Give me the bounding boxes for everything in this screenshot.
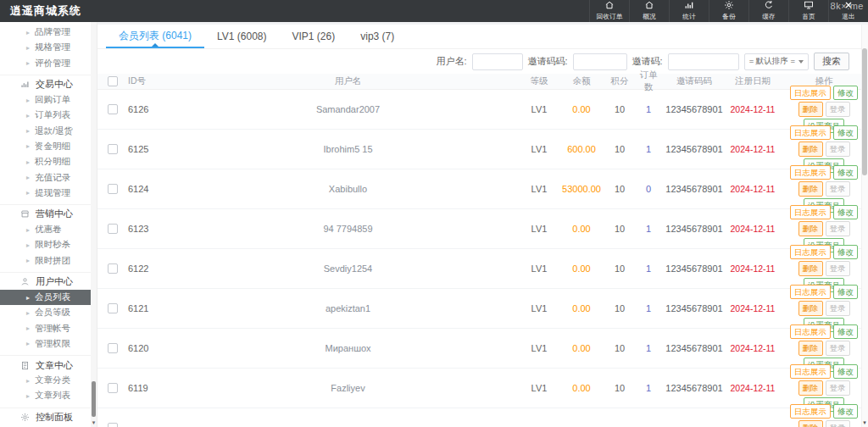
login-button[interactable]: 登录 <box>826 221 850 236</box>
delete-button[interactable]: 删除 <box>798 181 823 197</box>
login-button[interactable]: 登录 <box>826 261 850 276</box>
row-checkbox[interactable] <box>108 104 118 114</box>
sort-select[interactable]: = 默认排序 = <box>744 53 809 70</box>
delete-button[interactable]: 删除 <box>798 221 823 236</box>
main-scrollbar[interactable]: ▾ <box>861 25 868 427</box>
delete-button[interactable]: 删除 <box>798 102 823 117</box>
edit-button[interactable]: 修改 <box>833 285 858 300</box>
sidebar-item-1[interactable]: ▸规格管理 <box>0 40 97 55</box>
log-display-button[interactable]: 日志展示 <box>790 245 831 260</box>
sidebar-scrollbar-thumb[interactable] <box>92 381 96 417</box>
log-display-button[interactable]: 日志展示 <box>790 125 831 141</box>
row-checkbox[interactable] <box>108 144 118 154</box>
edit-button[interactable]: 修改 <box>833 86 858 101</box>
row-checkbox[interactable] <box>108 184 118 194</box>
main-scroll-down-icon[interactable]: ▾ <box>861 419 868 427</box>
sidebar-section-15[interactable]: 用户中心 <box>0 272 97 290</box>
select-all-checkbox[interactable] <box>108 76 118 86</box>
edit-button[interactable]: 修改 <box>833 205 858 220</box>
delete-button[interactable]: 删除 <box>798 261 823 276</box>
sidebar-item-5[interactable]: ▸订单列表 <box>0 108 97 123</box>
delete-button[interactable]: 删除 <box>798 301 823 316</box>
cell-orders-link[interactable]: 1 <box>636 303 661 313</box>
cell-orders-link[interactable]: 1 <box>636 224 661 234</box>
sidebar-item-6[interactable]: ▸退款/退货 <box>0 123 97 138</box>
tab-2[interactable]: VIP1 (26) <box>280 25 348 48</box>
sidebar-section-23[interactable]: 控制面板 <box>0 408 97 425</box>
cell-orders-link[interactable]: 1 <box>636 144 661 154</box>
log-display-button[interactable]: 日志展示 <box>790 205 831 220</box>
row-checkbox[interactable] <box>108 383 118 393</box>
topnav-item-refresh[interactable]: 缓存 <box>748 0 788 22</box>
delete-button[interactable]: 删除 <box>798 141 823 157</box>
edit-button[interactable]: 修改 <box>833 364 858 380</box>
sidebar-item-10[interactable]: ▸提现管理 <box>0 186 97 201</box>
sidebar-item-16[interactable]: ▸会员列表 <box>0 290 97 305</box>
log-display-button[interactable]: 日志展示 <box>790 86 831 101</box>
log-display-button[interactable]: 日志展示 <box>790 404 831 419</box>
login-button[interactable]: 登录 <box>826 420 850 427</box>
row-checkbox[interactable] <box>108 224 118 234</box>
tab-0[interactable]: 会员列表 (6041) <box>106 25 204 48</box>
topnav-item-monitor[interactable]: 首页 <box>788 0 828 22</box>
edit-button[interactable]: 修改 <box>833 125 858 141</box>
topnav-item-home[interactable]: 概况 <box>629 0 669 22</box>
topnav-item-chart[interactable]: 统计 <box>669 0 709 22</box>
cell-orders-link[interactable]: 1 <box>636 263 661 274</box>
sidebar-item-18[interactable]: ▸管理帐号 <box>0 320 97 336</box>
main-scrollbar-thumb[interactable] <box>862 48 867 175</box>
sidebar-item-22[interactable]: ▸文章列表 <box>0 388 97 403</box>
login-button[interactable]: 登录 <box>826 102 850 117</box>
edit-button[interactable]: 修改 <box>833 324 858 340</box>
login-button[interactable]: 登录 <box>826 181 850 197</box>
delete-button[interactable]: 删除 <box>798 380 823 396</box>
cell-orders-link[interactable]: 1 <box>636 104 661 114</box>
sidebar-item-2[interactable]: ▸评价管理 <box>0 56 97 71</box>
login-button[interactable]: 登录 <box>826 301 850 316</box>
username-filter-input[interactable] <box>472 53 523 70</box>
invite-code2-filter-input[interactable] <box>573 53 627 70</box>
edit-button[interactable]: 修改 <box>833 245 858 260</box>
sidebar-item-4[interactable]: ▸回购订单 <box>0 92 97 108</box>
log-display-button[interactable]: 日志展示 <box>790 165 831 180</box>
sidebar-menu: ▸品牌管理▸规格管理▸评价管理交易中心▸回购订单▸订单列表▸退款/退货▸资金明细… <box>0 25 97 427</box>
sidebar-item-21[interactable]: ▸文章分类 <box>0 373 97 388</box>
edit-button[interactable]: 修改 <box>833 404 858 419</box>
edit-button[interactable]: 修改 <box>833 165 858 180</box>
sidebar-scrollbar[interactable]: ▾ <box>91 22 97 427</box>
delete-button[interactable]: 删除 <box>798 341 823 356</box>
row-checkbox[interactable] <box>108 343 118 353</box>
tab-1[interactable]: LV1 (6008) <box>204 25 279 48</box>
delete-button[interactable]: 删除 <box>798 420 823 427</box>
sidebar-item-0[interactable]: ▸品牌管理 <box>0 25 97 40</box>
sidebar-item-7[interactable]: ▸资金明细 <box>0 139 97 154</box>
row-checkbox[interactable] <box>108 423 118 427</box>
log-display-button[interactable]: 日志展示 <box>790 324 831 340</box>
login-button[interactable]: 登录 <box>826 141 850 157</box>
sidebar-item-12[interactable]: ▸优惠卷 <box>0 222 97 237</box>
tab-3[interactable]: vip3 (7) <box>348 25 407 48</box>
row-checkbox[interactable] <box>108 303 118 313</box>
sidebar-section-3[interactable]: 交易中心 <box>0 75 97 92</box>
login-button[interactable]: 登录 <box>826 380 850 396</box>
sidebar-section-11[interactable]: 营销中心 <box>0 204 97 222</box>
sidebar-item-13[interactable]: ▸限时秒杀 <box>0 237 97 252</box>
sidebar-item-17[interactable]: ▸会员等级 <box>0 305 97 320</box>
sidebar-item-8[interactable]: ▸积分明细 <box>0 154 97 169</box>
invite-code-filter-input[interactable] <box>668 53 739 70</box>
login-button[interactable]: 登录 <box>826 341 850 356</box>
topnav-item-gear[interactable]: 备份 <box>709 0 748 22</box>
row-checkbox[interactable] <box>108 263 118 274</box>
sidebar-scroll-down-icon[interactable]: ▾ <box>91 419 97 427</box>
cell-orders-link[interactable]: 0 <box>636 184 661 194</box>
sidebar-item-14[interactable]: ▸限时拼团 <box>0 253 97 269</box>
search-button[interactable]: 搜索 <box>814 53 849 70</box>
log-display-button[interactable]: 日志展示 <box>790 285 831 300</box>
sidebar-item-19[interactable]: ▸管理权限 <box>0 336 97 352</box>
sidebar-section-20[interactable]: 文章中心 <box>0 355 97 373</box>
sidebar-item-9[interactable]: ▸充值记录 <box>0 169 97 185</box>
log-display-button[interactable]: 日志展示 <box>790 364 831 380</box>
topnav-item-home[interactable]: 回收订单 <box>589 0 629 22</box>
cell-orders-link[interactable]: 1 <box>636 343 661 353</box>
cell-orders-link[interactable]: 1 <box>636 383 661 393</box>
